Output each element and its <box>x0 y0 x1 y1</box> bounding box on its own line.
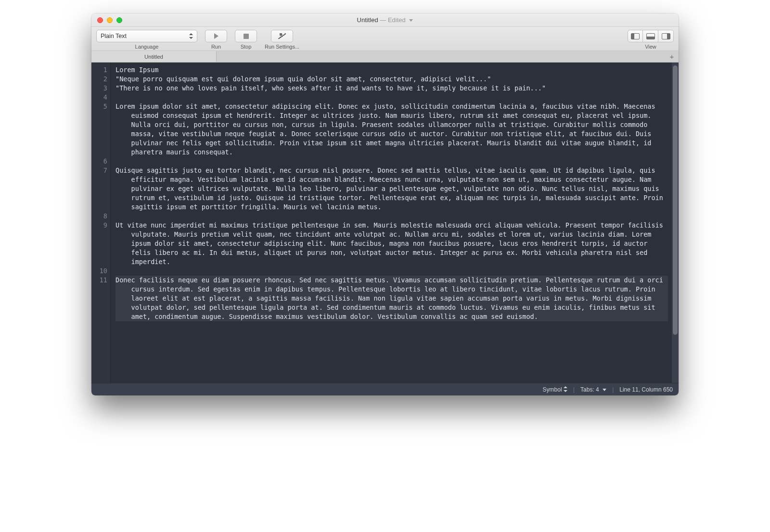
minimize-window-button[interactable] <box>107 17 113 23</box>
stop-button[interactable] <box>235 30 257 42</box>
zoom-window-button[interactable] <box>116 17 122 23</box>
vertical-scrollbar[interactable] <box>672 63 679 383</box>
app-window: Untitled — Edited Plain Text Language Ru… <box>91 13 679 395</box>
status-cursor: Line 11, Column 650 <box>619 386 673 393</box>
panel-right-icon <box>662 33 670 39</box>
view-right-panel-button[interactable] <box>658 30 674 42</box>
code-line: "Neque porro quisquam est qui dolorem ip… <box>116 75 668 84</box>
code-line: "There is no one who loves pain itself, … <box>116 84 668 93</box>
document-name: Untitled <box>357 16 378 24</box>
wrench-icon <box>278 32 286 40</box>
stop-label: Stop <box>241 44 252 50</box>
editor: 1 2 3 4 5 6 7 8 9 10 11 Lorem Ipsum"Nequ… <box>91 63 679 383</box>
panel-left-icon <box>631 33 640 39</box>
language-value: Plain Text <box>101 33 127 39</box>
status-symbol[interactable]: Symbol <box>543 386 567 393</box>
play-icon <box>214 33 218 39</box>
chevron-down-icon <box>409 19 413 22</box>
stop-icon <box>244 34 249 39</box>
new-tab-button[interactable]: + <box>665 51 679 62</box>
line-number-gutter: 1 2 3 4 5 6 7 8 9 10 11 <box>91 63 111 383</box>
status-tabs[interactable]: Tabs: 4 <box>580 386 606 393</box>
run-label: Run <box>211 44 221 50</box>
code-line <box>116 93 668 102</box>
view-left-panel-button[interactable] <box>628 30 643 42</box>
code-line: Ut vitae nunc imperdiet mi maximus trist… <box>116 221 668 266</box>
window-controls <box>97 17 122 23</box>
separator: | <box>573 386 575 393</box>
scroll-thumb[interactable] <box>673 65 678 335</box>
language-group: Plain Text Language <box>96 30 197 50</box>
run-group: Run <box>205 30 227 50</box>
tab-label: Untitled <box>144 54 163 60</box>
code-line: Lorem Ipsum <box>116 65 668 75</box>
code-line: Donec facilisis neque eu diam posuere rh… <box>116 276 668 321</box>
language-label: Language <box>135 44 159 50</box>
view-group: View <box>628 30 674 50</box>
code-area[interactable]: Lorem Ipsum"Neque porro quisquam est qui… <box>111 63 672 383</box>
view-label: View <box>645 44 656 50</box>
tab-untitled[interactable]: Untitled <box>91 51 217 62</box>
code-line: Quisque sagittis justo eu tortor blandit… <box>116 166 668 212</box>
panel-bottom-icon <box>646 33 655 39</box>
code-line <box>116 157 668 166</box>
view-bottom-panel-button[interactable] <box>643 30 658 42</box>
window-title[interactable]: Untitled — Edited <box>91 16 679 24</box>
view-segmented <box>628 30 674 42</box>
language-select[interactable]: Plain Text <box>96 30 197 42</box>
run-button[interactable] <box>205 30 227 42</box>
code-line <box>116 212 668 221</box>
run-settings-label: Run Settings... <box>265 44 299 50</box>
run-settings-button[interactable] <box>271 30 293 42</box>
toolbar: Plain Text Language Run Stop Run Setting… <box>91 27 679 51</box>
updown-icon <box>189 33 193 39</box>
stop-group: Stop <box>235 30 257 50</box>
tab-strip: Untitled + <box>91 51 679 63</box>
code-line: Lorem ipsum dolor sit amet, consectetur … <box>116 102 668 157</box>
status-bar: Symbol | Tabs: 4 | Line 11, Column 650 <box>91 383 679 395</box>
plus-icon: + <box>670 52 674 61</box>
titlebar: Untitled — Edited <box>91 13 679 27</box>
run-settings-group: Run Settings... <box>265 30 299 50</box>
close-window-button[interactable] <box>97 17 103 23</box>
document-state: Edited <box>388 16 406 24</box>
chevron-down-icon <box>603 389 606 391</box>
code-line <box>116 266 668 276</box>
separator: | <box>612 386 614 393</box>
updown-icon <box>564 386 567 392</box>
